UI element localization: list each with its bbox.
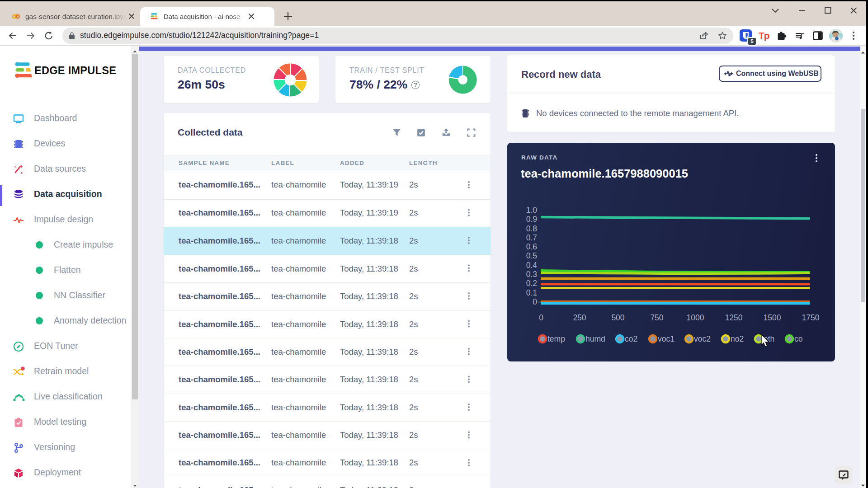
svg-text:0.3: 0.3	[526, 270, 537, 279]
svg-text:0.6: 0.6	[526, 242, 537, 251]
svg-text:0: 0	[533, 297, 537, 306]
svg-text:temp: temp	[547, 334, 565, 343]
svg-text:0.5: 0.5	[526, 251, 537, 260]
svg-text:750: 750	[650, 313, 663, 322]
svg-text:voc1: voc1	[658, 334, 675, 343]
svg-text:0.4: 0.4	[526, 261, 538, 270]
svg-text:0.7: 0.7	[526, 233, 537, 242]
svg-text:500: 500	[611, 313, 624, 322]
svg-text:0.8: 0.8	[526, 224, 537, 233]
svg-text:0.1: 0.1	[526, 288, 537, 297]
svg-text:0.2: 0.2	[526, 279, 537, 288]
svg-text:voc2: voc2	[694, 334, 711, 343]
svg-text:1250: 1250	[725, 313, 743, 322]
svg-text:1500: 1500	[764, 313, 781, 322]
svg-text:250: 250	[573, 313, 586, 322]
svg-text:0: 0	[539, 313, 543, 322]
svg-text:1000: 1000	[687, 313, 704, 322]
svg-text:no2: no2	[731, 334, 744, 343]
svg-text:1.0: 1.0	[526, 206, 538, 215]
svg-text:0.9: 0.9	[526, 215, 537, 224]
svg-text:co2: co2	[625, 334, 637, 343]
svg-text:1750: 1750	[802, 313, 820, 322]
svg-text:co: co	[794, 334, 802, 343]
svg-text:humd: humd	[585, 334, 605, 343]
